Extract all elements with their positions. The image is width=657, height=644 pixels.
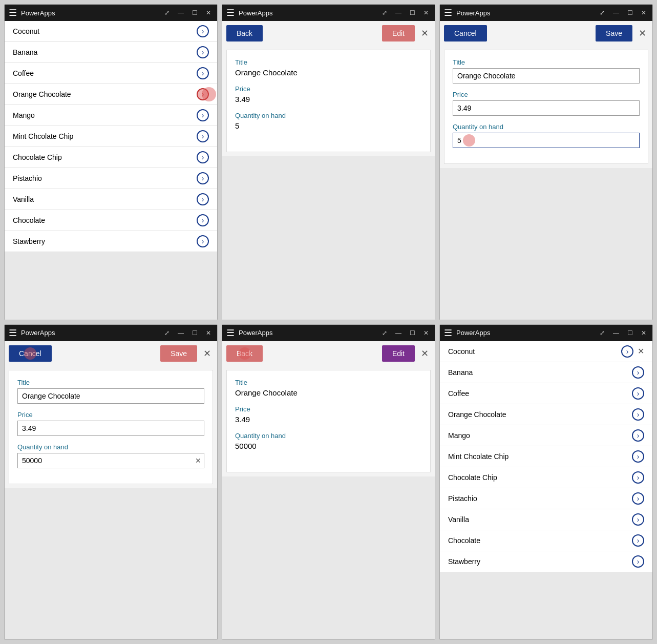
window-controls-2: ⤢ — ☐ ✕ [380, 8, 431, 17]
list-arrow-icon[interactable]: › [197, 172, 209, 184]
form-price-input-3[interactable] [453, 100, 640, 116]
maximize-icon-6[interactable]: ☐ [625, 328, 635, 338]
list-item-text: Chocolate Chip [13, 153, 197, 161]
minimize-icon-1[interactable]: — [176, 8, 186, 17]
list-arrow-icon[interactable]: › [621, 345, 633, 358]
expand-icon-1[interactable]: ⤢ [162, 8, 172, 17]
list-item-chocolate[interactable]: Chocolate › [5, 210, 217, 231]
expand-icon-6[interactable]: ⤢ [598, 328, 607, 338]
list-item-mango-6[interactable]: Mango › [440, 425, 652, 446]
list-item-vanilla[interactable]: Vanilla › [5, 189, 217, 210]
list-arrow-icon[interactable]: › [197, 67, 209, 79]
menu-icon-6[interactable]: ☰ [444, 327, 452, 339]
expand-icon-4[interactable]: ⤢ [162, 328, 172, 338]
minimize-icon-5[interactable]: — [393, 328, 404, 338]
list-arrow-icon[interactable]: › [197, 88, 209, 100]
minimize-icon-2[interactable]: — [393, 8, 404, 17]
form-title-input-3[interactable] [453, 68, 640, 84]
list-arrow-icon[interactable]: › [632, 408, 644, 421]
list-arrow-icon[interactable]: › [632, 429, 644, 442]
close-icon-1[interactable]: ✕ [204, 8, 213, 17]
list-item-orange-choc[interactable]: Orange Chocolate › [5, 84, 217, 105]
list-item-choc-chip[interactable]: Chocolate Chip › [5, 147, 217, 168]
list-arrow-icon[interactable]: › [197, 193, 209, 205]
close-icon-4[interactable]: ✕ [204, 328, 213, 338]
list-item-text: Coffee [13, 69, 197, 77]
cancel-button-3[interactable]: Cancel [444, 25, 487, 41]
list-item-orange-choc-6[interactable]: Orange Chocolate › [440, 404, 652, 425]
list-item-coffee[interactable]: Coffee › [5, 63, 217, 84]
save-button-3[interactable]: Save [596, 25, 632, 41]
list-item-coconut-6[interactable]: Coconut › ✕ [440, 341, 652, 362]
cancel-button-4[interactable]: Cancel [9, 345, 52, 362]
list-arrow-icon[interactable]: › [197, 130, 209, 142]
expand-icon-3[interactable]: ⤢ [598, 8, 607, 17]
maximize-icon-2[interactable]: ☐ [408, 8, 417, 17]
list-item-mint-choc[interactable]: Mint Chcolate Chip › [5, 126, 217, 147]
menu-icon-1[interactable]: ☰ [9, 7, 17, 18]
close-detail-button-5[interactable]: ✕ [419, 346, 431, 361]
form-title-input-4[interactable] [17, 388, 204, 404]
form-price-input-4[interactable] [17, 421, 204, 436]
list-item-pistachio[interactable]: Pistachio › [5, 168, 217, 189]
list-arrow-icon[interactable]: › [197, 151, 209, 163]
list-arrow-icon[interactable]: › [197, 214, 209, 226]
close-icon-5[interactable]: ✕ [421, 328, 431, 338]
list-arrow-icon[interactable]: › [632, 492, 644, 505]
form-qty-input-3[interactable] [453, 133, 640, 148]
expand-icon-5[interactable]: ⤢ [380, 328, 389, 338]
list-arrow-icon[interactable]: › [632, 387, 644, 400]
list-item-strawberry-6[interactable]: Stawberry › [440, 551, 652, 572]
list-item-text: Vanilla [13, 195, 197, 203]
minimize-icon-3[interactable]: — [611, 8, 621, 17]
list-arrow-icon[interactable]: › [197, 46, 209, 58]
back-button-2[interactable]: Back [226, 25, 263, 41]
close-icon-2[interactable]: ✕ [421, 8, 431, 17]
list-arrow-icon[interactable]: › [632, 471, 644, 484]
list-item-coconut[interactable]: Coconut › [5, 21, 217, 42]
maximize-icon-3[interactable]: ☐ [625, 8, 635, 17]
close-form-button-3[interactable]: ✕ [637, 26, 648, 41]
list-item-choc-chip-6[interactable]: Chocolate Chip › [440, 467, 652, 488]
minimize-icon-4[interactable]: — [176, 328, 186, 338]
title-value-5: Orange Chocolate [235, 388, 422, 397]
list-item-coffee-6[interactable]: Coffee › [440, 383, 652, 404]
back-button-5[interactable]: Back [226, 345, 263, 362]
list-item-banana[interactable]: Banana › [5, 42, 217, 63]
form-qty-input-4[interactable] [17, 453, 204, 468]
menu-icon-4[interactable]: ☰ [9, 327, 17, 339]
menu-icon-2[interactable]: ☰ [226, 7, 235, 18]
list-arrow-icon[interactable]: › [197, 109, 209, 121]
list-arrow-icon[interactable]: › [632, 555, 644, 568]
list-arrow-icon[interactable]: › [197, 25, 209, 37]
list-item-strawberry[interactable]: Stawberry › [5, 231, 217, 252]
close-icon-6[interactable]: ✕ [639, 328, 648, 338]
list-arrow-icon[interactable]: › [197, 235, 209, 247]
close-detail-button-2[interactable]: ✕ [419, 26, 431, 41]
maximize-icon-5[interactable]: ☐ [408, 328, 417, 338]
maximize-icon-1[interactable]: ☐ [190, 8, 200, 17]
minimize-icon-6[interactable]: — [611, 328, 621, 338]
list-item-text: Stawberry [448, 557, 632, 566]
edit-button-5[interactable]: Edit [382, 345, 415, 362]
expand-icon-2[interactable]: ⤢ [380, 8, 389, 17]
close-icon-3[interactable]: ✕ [639, 8, 648, 17]
edit-button-2[interactable]: Edit [382, 25, 415, 41]
maximize-icon-4[interactable]: ☐ [190, 328, 200, 338]
list-item-mint-choc-6[interactable]: Mint Chcolate Chip › [440, 446, 652, 467]
menu-icon-3[interactable]: ☰ [444, 7, 452, 18]
input-clear-icon-4[interactable]: ✕ [195, 456, 201, 465]
list-close-icon[interactable]: ✕ [638, 346, 644, 356]
list-item-banana-6[interactable]: Banana › [440, 362, 652, 383]
menu-icon-5[interactable]: ☰ [226, 327, 235, 339]
list-item-vanilla-6[interactable]: Vanilla › [440, 509, 652, 530]
save-button-4[interactable]: Save [160, 345, 197, 362]
close-form-button-4[interactable]: ✕ [201, 346, 213, 361]
list-arrow-icon[interactable]: › [632, 366, 644, 379]
list-arrow-icon[interactable]: › [632, 450, 644, 463]
list-item-chocolate-6[interactable]: Chocolate › [440, 530, 652, 551]
list-arrow-icon[interactable]: › [632, 534, 644, 547]
list-item-mango[interactable]: Mango › [5, 105, 217, 126]
list-item-pistachio-6[interactable]: Pistachio › [440, 488, 652, 509]
list-arrow-icon[interactable]: › [632, 513, 644, 526]
